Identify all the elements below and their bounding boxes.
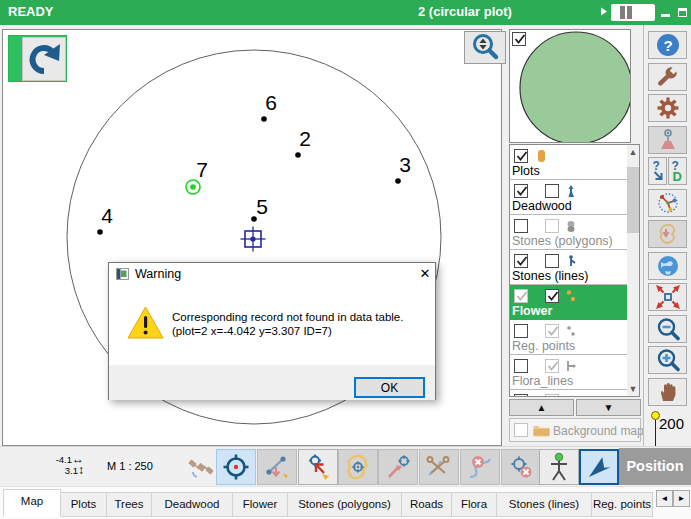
magnifier-updown-icon	[469, 32, 501, 62]
tab-flora[interactable]: Flora	[452, 492, 497, 517]
import-shape-button[interactable]	[648, 220, 687, 248]
layer-visible-checkbox[interactable]	[514, 359, 528, 373]
stones-polygons-icon	[564, 219, 578, 233]
delete-line-button[interactable]	[460, 449, 500, 485]
layer-move-up-button[interactable]: ▲	[509, 399, 574, 416]
scroll-up-arrow-icon[interactable]: ▲	[627, 145, 639, 159]
bottom-toolbar: -4.1↔ 3.1↕ M 1 : 250 Position	[0, 446, 691, 485]
layer-row-flower[interactable]: Flower	[510, 285, 627, 320]
rotate-clockwise-icon	[23, 38, 65, 80]
help-button[interactable]: ?	[648, 31, 687, 59]
layer-row-stones-polygons[interactable]: Stones (polygons)	[510, 215, 627, 250]
tab-scroll-left-button[interactable]: ◄	[656, 490, 673, 507]
surveyor-button[interactable]	[648, 126, 687, 154]
flower-icon	[564, 289, 578, 303]
layer-visible-checkbox[interactable]	[514, 289, 528, 303]
tab-map[interactable]: Map	[3, 489, 61, 517]
tab-label: Roads	[410, 498, 443, 510]
gps-target-button[interactable]	[216, 449, 256, 485]
layer-visible-checkbox[interactable]	[514, 184, 528, 198]
dialog-message: Corresponding record not found in data t…	[172, 310, 430, 338]
delete-target-button[interactable]	[501, 449, 541, 485]
layer-move-down-button[interactable]: ▼	[576, 399, 641, 416]
layer-row-plots[interactable]: Plots	[510, 145, 627, 180]
layer-row-flora-lines[interactable]: Flora_lines	[510, 355, 627, 390]
layer-list-scrollbar[interactable]: ▲ ▼	[627, 145, 639, 396]
preview-checkbox[interactable]	[512, 32, 526, 46]
tab-roads[interactable]: Roads	[402, 492, 452, 517]
tab-flower[interactable]: Flower	[233, 492, 288, 517]
warning-dialog: Warning ✕ Corresponding record not found…	[108, 262, 436, 400]
layer-labels-checkbox[interactable]	[545, 254, 559, 268]
arrow-target-button[interactable]	[378, 449, 418, 485]
plots-icon	[534, 149, 548, 163]
layer-row-partial[interactable]	[510, 390, 627, 397]
tab-trees[interactable]: Trees	[107, 492, 152, 517]
dialog-footer: OK	[109, 365, 435, 400]
tab-reg-points[interactable]: Reg. points	[592, 492, 653, 517]
scissors-button[interactable]	[419, 449, 459, 485]
tab-label: Trees	[115, 498, 144, 510]
deadwood-icon	[564, 184, 578, 198]
layer-visible-checkbox[interactable]	[514, 254, 528, 268]
dialog-title: Warning	[135, 267, 181, 281]
starburst-button[interactable]	[648, 189, 687, 217]
layer-labels-checkbox[interactable]	[545, 394, 559, 397]
layer-labels-checkbox[interactable]	[545, 219, 559, 233]
stones-lines-icon	[564, 254, 578, 268]
wrench-button[interactable]	[648, 63, 687, 91]
layer-labels-checkbox[interactable]	[545, 324, 559, 338]
tab-label: Plots	[71, 498, 97, 510]
person-button[interactable]	[539, 449, 579, 485]
tab-plots[interactable]: Plots	[61, 492, 107, 517]
query-d-button[interactable]: ?D	[668, 157, 687, 185]
globe-button[interactable]	[648, 252, 687, 280]
forward-arrow-icon[interactable]	[591, 3, 607, 21]
pan-hand-button[interactable]	[648, 378, 687, 406]
dialog-title-bar[interactable]: Warning ✕	[109, 263, 435, 285]
background-map-checkbox[interactable]	[514, 423, 528, 437]
layer-row-stones-lines[interactable]: Stones (lines)	[510, 250, 627, 285]
layer-name: Reg. points	[512, 339, 575, 353]
select-cursor-button[interactable]	[579, 449, 619, 485]
center-collapse-button[interactable]	[648, 283, 687, 311]
snap-target-button[interactable]	[298, 449, 338, 485]
polygon-target-button[interactable]	[338, 449, 378, 485]
move-vertex-button[interactable]	[257, 449, 297, 485]
background-map-panel: Background map	[509, 418, 641, 442]
zoom-out-button[interactable]	[648, 315, 687, 343]
layer-visible-checkbox[interactable]	[514, 219, 528, 233]
tab-scroll-right-button[interactable]: ►	[673, 490, 690, 507]
tab-label: Stones (lines)	[509, 498, 579, 510]
window-title: 2 (circular plot)	[418, 4, 512, 19]
layer-row-deadwood[interactable]: Deadwood	[510, 180, 627, 215]
maximize-icon[interactable]	[678, 8, 687, 17]
map-point-label: 5	[256, 195, 268, 218]
layer-labels-checkbox[interactable]	[545, 289, 559, 303]
layer-visible-checkbox[interactable]	[514, 324, 528, 338]
gear-button[interactable]	[648, 94, 687, 122]
scrollbar-thumb[interactable]	[627, 167, 639, 233]
query-arrow-button[interactable]: ?	[648, 157, 667, 185]
tab-stones-polygons[interactable]: Stones (polygons)	[288, 492, 402, 517]
tab-deadwood[interactable]: Deadwood	[152, 492, 233, 517]
layer-row-reg-points[interactable]: Reg. points	[510, 320, 627, 355]
layer-labels-checkbox[interactable]	[545, 184, 559, 198]
ok-button[interactable]: OK	[354, 377, 425, 398]
layer-labels-checkbox[interactable]	[545, 359, 559, 373]
tab-stones-lines[interactable]: Stones (lines)	[497, 492, 592, 517]
layer-visible-checkbox[interactable]	[514, 149, 528, 163]
zoom-in-button[interactable]	[648, 346, 687, 374]
map-point-label: 7	[196, 158, 208, 181]
pause-icon[interactable]	[611, 4, 655, 21]
layer-visible-checkbox[interactable]	[514, 394, 528, 397]
slider-value: 200	[659, 415, 684, 432]
cursor-coordinates: -4.1↔ 3.1↕	[44, 454, 84, 476]
vertical-arrow-icon: ↕	[78, 463, 84, 477]
background-map-label: Background map	[553, 424, 644, 438]
minimize-icon[interactable]	[661, 14, 670, 17]
rotate-view-button[interactable]	[8, 35, 67, 82]
scroll-down-arrow-icon[interactable]: ▼	[627, 382, 639, 396]
interactive-zoom-button[interactable]	[464, 31, 506, 64]
dialog-close-icon[interactable]: ✕	[415, 265, 435, 283]
